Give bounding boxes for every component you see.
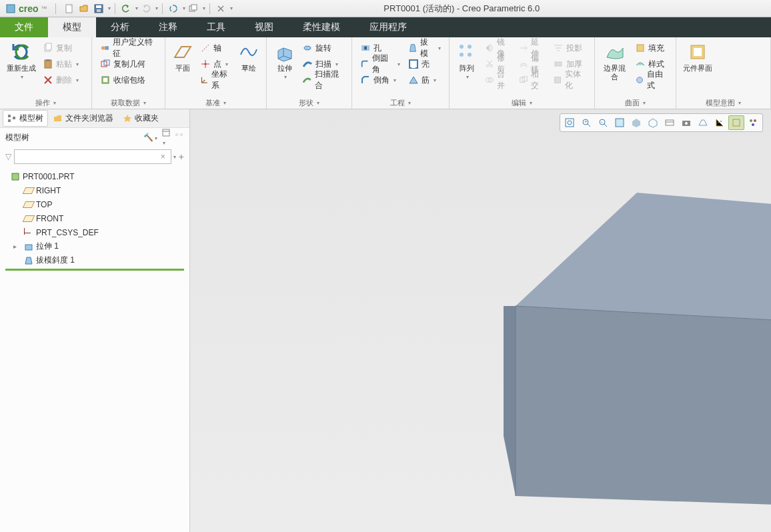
- repaint-icon[interactable]: [612, 115, 628, 130]
- filter-dropdown[interactable]: ▾: [173, 154, 176, 160]
- filter-icon[interactable]: ▽: [5, 152, 11, 161]
- svg-point-26: [468, 45, 472, 49]
- svg-point-20: [304, 46, 311, 50]
- windows-button[interactable]: [187, 2, 200, 15]
- svg-point-63: [718, 122, 719, 123]
- svg-rect-4: [97, 9, 101, 12]
- tab-tools[interactable]: 工具: [192, 17, 240, 37]
- axis-button[interactable]: 轴: [197, 40, 234, 56]
- graphics-viewport[interactable]: + -: [190, 109, 771, 532]
- merge-button[interactable]: 合并: [482, 72, 514, 88]
- project-button[interactable]: 投影: [550, 40, 589, 56]
- file-tab[interactable]: 文件: [0, 17, 48, 37]
- folder-tab[interactable]: 文件夹浏览器: [49, 111, 117, 126]
- tree-settings-icon[interactable]: ▾: [161, 128, 171, 147]
- favorites-tab[interactable]: 收藏夹: [119, 111, 163, 126]
- regen-button[interactable]: [167, 2, 180, 15]
- view-icon[interactable]: [645, 115, 661, 130]
- zoom-fit-icon[interactable]: [562, 115, 578, 130]
- svg-rect-0: [7, 5, 15, 13]
- add-filter-icon[interactable]: +: [179, 151, 184, 162]
- fill-button[interactable]: 填充: [632, 40, 670, 56]
- copygeom-button[interactable]: 复制几何: [97, 56, 159, 72]
- menu-tabs: 文件 模型 分析 注释 工具 视图 柔性建模 应用程序: [0, 17, 771, 37]
- annotation-display-icon[interactable]: [728, 115, 744, 130]
- tab-view[interactable]: 视图: [240, 17, 288, 37]
- svg-rect-37: [637, 45, 644, 51]
- tree-item-right[interactable]: RIGHT: [0, 183, 189, 197]
- intersect-button[interactable]: 相交: [516, 72, 548, 88]
- undo-button[interactable]: [119, 2, 133, 15]
- paste-button[interactable]: 粘贴▾: [40, 56, 81, 72]
- svg-rect-40: [694, 48, 702, 56]
- tree-item-csys[interactable]: PRT_CSYS_DEF: [0, 225, 189, 239]
- clear-filter-icon[interactable]: ×: [161, 152, 165, 161]
- open-button[interactable]: [77, 2, 91, 15]
- tab-annotate[interactable]: 注释: [144, 17, 192, 37]
- svg-rect-35: [555, 62, 562, 66]
- solidify-button[interactable]: 实体化: [550, 72, 589, 88]
- svg-rect-24: [412, 62, 416, 68]
- datum-display-icon[interactable]: [712, 115, 728, 130]
- tree-filter-icon[interactable]: [175, 133, 184, 142]
- svg-text:+: +: [584, 119, 588, 125]
- component-interface-button[interactable]: 元件界面: [682, 40, 714, 74]
- tree-item-top[interactable]: TOP: [0, 197, 189, 211]
- svg-rect-46: [175, 133, 178, 136]
- tree-item-draft[interactable]: 拔模斜度 1: [0, 253, 189, 267]
- modeltree-tab[interactable]: 模型树: [3, 110, 48, 127]
- perspective-icon[interactable]: [695, 115, 711, 130]
- shading-icon[interactable]: [628, 115, 644, 130]
- freestyle-button[interactable]: 自由式: [632, 72, 670, 88]
- filter-input[interactable]: [14, 149, 171, 164]
- tab-model[interactable]: 模型: [48, 17, 96, 37]
- svg-rect-47: [180, 133, 183, 136]
- tab-flexible[interactable]: 柔性建模: [288, 17, 355, 37]
- delete-button[interactable]: 删除▾: [40, 72, 81, 88]
- chamfer-button[interactable]: 倒角▾: [357, 72, 403, 88]
- tab-analysis[interactable]: 分析: [96, 17, 144, 37]
- svg-point-62: [685, 122, 688, 125]
- sketch-button[interactable]: 草绘: [237, 40, 261, 74]
- round-button[interactable]: 倒圆角▾: [357, 56, 403, 72]
- new-button[interactable]: [63, 2, 76, 15]
- revolve-button[interactable]: 旋转: [299, 40, 346, 56]
- close-button[interactable]: [214, 2, 227, 15]
- shrinkwrap-button[interactable]: 收缩包络: [97, 72, 159, 88]
- pattern-button[interactable]: 阵列 ▾: [455, 40, 480, 81]
- boundary-button[interactable]: 边界混合: [600, 40, 630, 83]
- tab-applications[interactable]: 应用程序: [355, 17, 422, 37]
- svg-point-51: [568, 121, 572, 125]
- redo-button[interactable]: [139, 2, 153, 15]
- zoom-out-icon[interactable]: -: [595, 115, 611, 130]
- title-bar: creo ™ ▾ ▾ ▾ ▾ ▾ ▾ PRT0001 (活动的) - Creo …: [0, 0, 771, 17]
- tree-item-extrude[interactable]: 拉伸 1: [0, 239, 189, 253]
- save-button[interactable]: [92, 2, 105, 15]
- svg-rect-13: [105, 46, 109, 50]
- tree-tool-icon[interactable]: 🔨▾: [143, 133, 157, 142]
- svg-rect-36: [555, 77, 561, 83]
- spin-center-icon[interactable]: [745, 115, 761, 130]
- tree-item-front[interactable]: FRONT: [0, 211, 189, 225]
- svg-rect-59: [666, 120, 674, 125]
- copy-button[interactable]: 复制: [40, 40, 81, 56]
- svg-point-29: [486, 65, 489, 67]
- svg-point-22: [364, 46, 367, 50]
- saved-views-icon[interactable]: [662, 115, 678, 130]
- snapshot-icon[interactable]: [678, 115, 694, 130]
- zoom-in-icon[interactable]: +: [578, 115, 594, 130]
- draft-button[interactable]: 拔模▾: [406, 40, 444, 56]
- udf-button[interactable]: 用户定义特征: [97, 40, 159, 56]
- sweepblend-button[interactable]: 扫描混合: [299, 72, 346, 88]
- extrude-button[interactable]: 拉伸 ▾: [272, 40, 297, 81]
- plane-button[interactable]: 平面: [171, 40, 195, 74]
- tree-root[interactable]: PRT0001.PRT: [0, 169, 189, 183]
- shell-button[interactable]: 壳: [406, 56, 444, 72]
- svg-rect-17: [103, 78, 107, 82]
- svg-rect-41: [8, 115, 11, 117]
- csys-button[interactable]: 坐标系: [197, 72, 234, 88]
- svg-line-56: [604, 124, 607, 127]
- rib-button[interactable]: 筋▾: [406, 72, 444, 88]
- svg-point-64: [720, 121, 722, 122]
- regenerate-button[interactable]: 重新生成 ▾: [5, 40, 37, 81]
